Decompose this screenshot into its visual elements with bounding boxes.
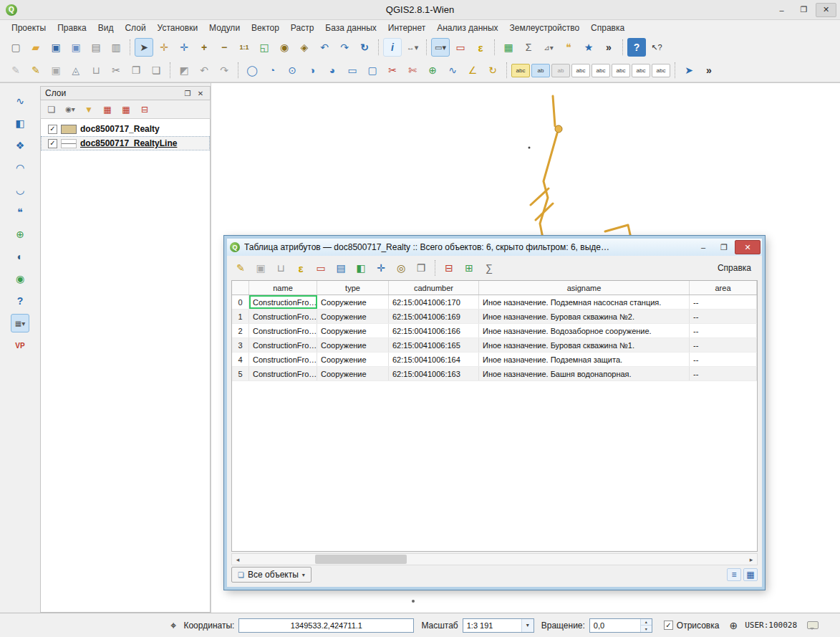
chevron-down-icon[interactable]: ▾ (521, 619, 534, 632)
vp-tool-icon[interactable]: VP (11, 336, 29, 355)
cell-asigname[interactable]: Иное назначение. Подземная защита. (479, 353, 690, 366)
layer-item-realtyline[interactable]: ✓ doc8500717_RealtyLine (41, 136, 210, 150)
select-features-icon[interactable]: ▭▾ (431, 38, 450, 57)
cell-type[interactable]: Сооружение (317, 367, 389, 380)
dialog-titlebar[interactable]: Q Таблица атрибутов — doc8500717_Realty … (227, 239, 762, 256)
menu-item[interactable]: Установки (152, 21, 203, 35)
attribute-table-icon[interactable]: ▦ (499, 38, 518, 57)
cell-asigname[interactable]: Иное назначение. Буровая скважина №2. (479, 310, 690, 323)
dialog-maximize-button[interactable]: ❐ (714, 240, 734, 254)
ellipse-icon[interactable]: ◑ (303, 61, 322, 80)
menu-item[interactable]: Анализ данных (431, 21, 503, 35)
zoom-to-selection-icon[interactable]: ◎ (392, 259, 410, 277)
form-view-icon[interactable]: ≡ (727, 568, 741, 581)
row-number[interactable]: 4 (232, 353, 249, 366)
rotation-spinbox[interactable]: 0,0 ▴ ▾ (589, 618, 652, 633)
column-header[interactable]: cadnumber (389, 281, 479, 294)
toolbar-overflow-icon[interactable]: » (599, 38, 618, 57)
zoom-full-icon[interactable]: ◱ (255, 38, 274, 57)
identify-icon[interactable]: i (383, 38, 402, 57)
reshape-features-icon[interactable]: ◩ (175, 61, 193, 80)
add-polygon-icon[interactable]: ❖ (11, 136, 29, 155)
dialog-close-button[interactable]: ✕ (735, 240, 761, 254)
zoom-to-layer-icon[interactable]: ◈ (295, 38, 314, 57)
cell-area[interactable]: -- (690, 324, 757, 337)
new-column-icon[interactable]: ⊞ (460, 259, 478, 277)
refresh-icon[interactable]: ↻ (355, 38, 374, 57)
open-project-icon[interactable]: ▰ (26, 38, 45, 57)
label-icon[interactable]: abc (511, 64, 530, 77)
ellipse-center-icon[interactable]: ◕ (323, 61, 342, 80)
new-composer-icon[interactable]: ▤ (87, 38, 105, 57)
add-curve-icon[interactable]: ◠ (11, 158, 29, 177)
curve-tool-icon[interactable]: ◡ (11, 181, 29, 199)
globe-check-icon[interactable]: ◉ (11, 269, 29, 288)
deselect-all-icon[interactable]: ▭ (312, 259, 330, 277)
menu-item[interactable]: Модули (203, 21, 246, 35)
move-selection-top-icon[interactable]: ▤ (332, 259, 350, 277)
cell-area[interactable]: -- (690, 295, 757, 309)
zoom-next-icon[interactable]: ↷ (335, 38, 354, 57)
add-group-icon[interactable]: ❏ (44, 102, 59, 118)
layer-visibility-icon[interactable]: ◉▾ (62, 102, 78, 118)
circle-3points-icon[interactable]: ◔ (263, 61, 281, 80)
ruler-icon[interactable]: ⊿▾ (539, 38, 558, 57)
zoom-in-icon[interactable]: + (195, 38, 213, 57)
layer-item-realty[interactable]: ✓ doc8500717_Realty (41, 122, 210, 136)
zoom-native-icon[interactable]: 1:1 (235, 38, 254, 57)
menu-item[interactable]: Землеустройство (504, 21, 586, 35)
menu-item[interactable]: Вектор (246, 21, 285, 35)
layer-label[interactable]: doc8500717_Realty (80, 124, 160, 134)
grid-edit-icon[interactable]: ▦▾ (11, 314, 29, 332)
table-view-icon[interactable]: ▦ (743, 568, 758, 581)
cell-name[interactable]: ConstructionFro… (249, 324, 317, 337)
plugin-tool-icon[interactable]: ➤ (680, 61, 698, 80)
paste-features-icon[interactable]: ❏ (147, 61, 165, 80)
new-bookmark-icon[interactable]: ★ (579, 38, 598, 57)
globe-icon[interactable]: ⊕ (729, 620, 738, 631)
column-header[interactable]: asigname (479, 281, 690, 294)
cell-cadnumber[interactable]: 62:15:0041006:164 (389, 353, 479, 366)
messages-icon[interactable] (807, 621, 819, 629)
help-icon[interactable]: ? (627, 38, 646, 57)
scroll-right-icon[interactable]: ▸ (745, 554, 757, 565)
cell-type[interactable]: Сооружение (317, 310, 389, 323)
statistics-icon[interactable]: Σ (519, 38, 538, 57)
row-number[interactable]: 3 (232, 338, 249, 352)
save-edits-icon[interactable]: ▣ (251, 259, 270, 277)
menu-item[interactable]: Растр (285, 21, 319, 35)
panel-float-icon[interactable]: ❐ (181, 87, 194, 99)
cell-asigname[interactable]: Иное назначение. Башня водонапорная. (479, 367, 690, 380)
cell-type[interactable]: Сооружение (317, 295, 389, 309)
add-polyline-icon[interactable]: ∿ (11, 92, 29, 110)
new-project-icon[interactable]: ▢ (6, 38, 25, 57)
circle-2points-icon[interactable]: ◯ (243, 61, 261, 80)
toolbar-overflow-icon[interactable]: » (700, 61, 718, 80)
cell-asigname[interactable]: Иное назначение. Буровая скважина №1. (479, 338, 690, 352)
cell-area[interactable]: -- (690, 310, 757, 323)
cell-area[interactable]: -- (690, 367, 757, 380)
split-features-icon[interactable]: ✂ (383, 61, 402, 80)
table-row[interactable]: 5 ConstructionFro… Сооружение 62:15:0041… (232, 367, 757, 381)
layer-label[interactable]: doc8500717_RealtyLine (80, 138, 177, 148)
horizontal-scrollbar[interactable]: ◂ ▸ (231, 553, 758, 565)
menu-item[interactable]: Интернет (382, 21, 431, 35)
cell-area[interactable]: -- (690, 338, 757, 352)
undo-icon[interactable]: ↶ (195, 61, 213, 80)
cell-cadnumber[interactable]: 62:15:0041006:169 (389, 310, 479, 323)
spin-up-icon[interactable]: ▴ (641, 619, 652, 626)
rectangle-icon[interactable]: ▭ (343, 61, 362, 80)
rotate-feature-icon[interactable]: ↻ (483, 61, 502, 80)
annotation-icon[interactable]: ❝ (559, 38, 578, 57)
table-row[interactable]: 2 ConstructionFro… Сооружение 62:15:0041… (232, 324, 757, 338)
scrollbar-thumb[interactable] (315, 555, 407, 564)
current-edits-icon[interactable]: ✎ (6, 61, 25, 80)
delete-selected-icon[interactable]: ⊔ (87, 61, 105, 80)
dialog-minimize-button[interactable]: – (693, 240, 713, 254)
table-row[interactable]: 0 ConstructionFro… Сооружение 62:15:0041… (232, 295, 757, 310)
menu-item[interactable]: Слой (119, 21, 151, 35)
cell-name[interactable]: ConstructionFro… (249, 338, 317, 352)
merge-features-icon[interactable]: ⊕ (423, 61, 442, 80)
cell-cadnumber[interactable]: 62:15:0041006:166 (389, 324, 479, 337)
row-number[interactable]: 0 (232, 295, 249, 309)
